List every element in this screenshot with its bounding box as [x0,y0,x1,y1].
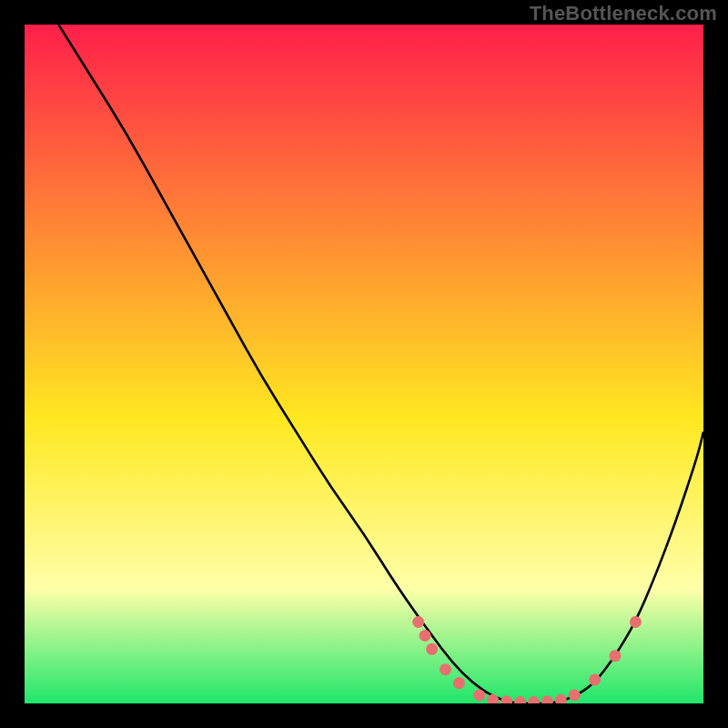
marker-dot [589,673,601,685]
marker-dot [440,663,451,675]
marker-dot [610,650,622,662]
marker-dot [426,643,438,655]
chart-stage: TheBottleneck.com [0,0,728,728]
marker-dot [453,677,465,689]
plot-area [25,25,703,703]
marker-dot [473,690,485,702]
marker-dot [569,690,581,702]
plot-svg [25,25,703,703]
marker-dot [630,616,642,628]
gradient-background [25,25,703,703]
marker-dot [420,630,431,642]
marker-dot [412,616,424,628]
watermark-text: TheBottleneck.com [530,2,717,25]
